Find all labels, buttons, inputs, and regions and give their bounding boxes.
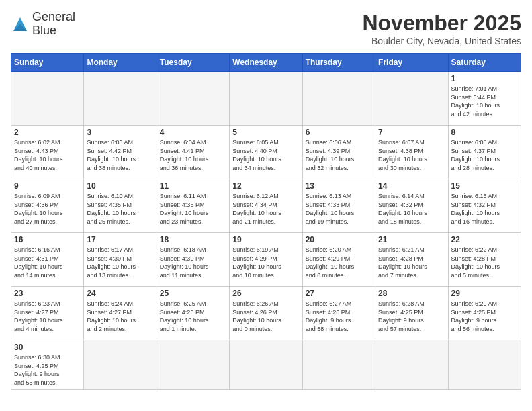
day-number: 3 [87, 128, 153, 137]
day-number: 13 [306, 181, 372, 191]
calendar-cell: 1Sunrise: 7:01 AM Sunset: 5:44 PM Daylig… [448, 72, 521, 126]
day-number: 22 [451, 235, 518, 244]
day-number: 12 [232, 181, 299, 191]
day-info: Sunrise: 6:12 AM Sunset: 4:34 PM Dayligh… [232, 192, 299, 226]
calendar-cell: 20Sunrise: 6:20 AM Sunset: 4:29 PM Dayli… [302, 233, 375, 287]
weekday-header-tuesday: Tuesday [157, 54, 229, 72]
calendar-cell: 17Sunrise: 6:17 AM Sunset: 4:30 PM Dayli… [84, 233, 157, 287]
day-info: Sunrise: 6:22 AM Sunset: 4:28 PM Dayligh… [451, 246, 518, 279]
day-info: Sunrise: 6:26 AM Sunset: 4:26 PM Dayligh… [232, 300, 299, 333]
month-title: November 2025 [362, 11, 521, 36]
day-info: Sunrise: 6:21 AM Sunset: 4:28 PM Dayligh… [378, 246, 445, 279]
day-info: Sunrise: 6:11 AM Sunset: 4:35 PM Dayligh… [160, 192, 226, 226]
day-number: 19 [232, 235, 299, 244]
weekday-header-thursday: Thursday [302, 54, 375, 72]
day-info: Sunrise: 6:17 AM Sunset: 4:30 PM Dayligh… [87, 246, 153, 279]
calendar-cell: 13Sunrise: 6:13 AM Sunset: 4:33 PM Dayli… [302, 179, 375, 233]
day-info: Sunrise: 6:27 AM Sunset: 4:26 PM Dayligh… [306, 300, 372, 333]
calendar-cell: 9Sunrise: 6:09 AM Sunset: 4:36 PM Daylig… [11, 179, 84, 233]
calendar-cell [448, 340, 521, 390]
weekday-header-saturday: Saturday [448, 54, 521, 72]
calendar-cell: 7Sunrise: 6:07 AM Sunset: 4:38 PM Daylig… [375, 126, 448, 179]
calendar-cell [84, 72, 157, 126]
day-info: Sunrise: 6:29 AM Sunset: 4:25 PM Dayligh… [451, 300, 518, 333]
calendar-cell: 28Sunrise: 6:28 AM Sunset: 4:25 PM Dayli… [375, 287, 448, 340]
location-title: Boulder City, Nevada, United States [362, 36, 521, 46]
day-number: 11 [160, 181, 226, 191]
title-area: November 2025 Boulder City, Nevada, Unit… [362, 11, 521, 46]
calendar-cell [157, 72, 229, 126]
calendar-cell [84, 340, 157, 390]
calendar-cell [375, 72, 448, 126]
day-info: Sunrise: 6:16 AM Sunset: 4:31 PM Dayligh… [14, 246, 81, 279]
calendar-cell: 29Sunrise: 6:29 AM Sunset: 4:25 PM Dayli… [448, 287, 521, 340]
calendar-cell: 4Sunrise: 6:04 AM Sunset: 4:41 PM Daylig… [157, 126, 229, 179]
calendar-cell [230, 72, 302, 126]
day-number: 8 [451, 128, 518, 137]
weekday-header-friday: Friday [375, 54, 448, 72]
day-number: 10 [87, 181, 153, 191]
weekday-header-row: SundayMondayTuesdayWednesdayThursdayFrid… [11, 54, 521, 72]
calendar-week-row: 23Sunrise: 6:23 AM Sunset: 4:27 PM Dayli… [11, 287, 521, 340]
day-number: 15 [451, 181, 518, 191]
day-info: Sunrise: 6:08 AM Sunset: 4:37 PM Dayligh… [451, 138, 518, 172]
calendar-week-row: 16Sunrise: 6:16 AM Sunset: 4:31 PM Dayli… [11, 233, 521, 287]
calendar-cell [375, 340, 448, 390]
calendar-cell [157, 340, 229, 390]
calendar-week-row: 30Sunrise: 6:30 AM Sunset: 4:25 PM Dayli… [11, 340, 521, 390]
day-info: Sunrise: 6:15 AM Sunset: 4:32 PM Dayligh… [451, 192, 518, 226]
calendar-cell: 16Sunrise: 6:16 AM Sunset: 4:31 PM Dayli… [11, 233, 84, 287]
calendar-cell [11, 72, 84, 126]
day-info: Sunrise: 6:02 AM Sunset: 4:43 PM Dayligh… [14, 138, 81, 172]
calendar-cell: 21Sunrise: 6:21 AM Sunset: 4:28 PM Dayli… [375, 233, 448, 287]
calendar-cell: 22Sunrise: 6:22 AM Sunset: 4:28 PM Dayli… [448, 233, 521, 287]
day-info: Sunrise: 6:05 AM Sunset: 4:40 PM Dayligh… [232, 138, 299, 172]
day-number: 14 [378, 181, 445, 191]
logo-text: General Blue [32, 11, 75, 38]
day-info: Sunrise: 6:24 AM Sunset: 4:27 PM Dayligh… [87, 300, 153, 333]
weekday-header-wednesday: Wednesday [230, 54, 302, 72]
day-info: Sunrise: 6:03 AM Sunset: 4:42 PM Dayligh… [87, 138, 153, 172]
day-info: Sunrise: 6:10 AM Sunset: 4:35 PM Dayligh… [87, 192, 153, 226]
calendar-cell: 15Sunrise: 6:15 AM Sunset: 4:32 PM Dayli… [448, 179, 521, 233]
calendar-cell: 30Sunrise: 6:30 AM Sunset: 4:25 PM Dayli… [11, 340, 84, 390]
logo-icon [11, 15, 30, 34]
calendar-week-row: 1Sunrise: 7:01 AM Sunset: 5:44 PM Daylig… [11, 72, 521, 126]
day-number: 24 [87, 289, 153, 298]
day-info: Sunrise: 6:28 AM Sunset: 4:25 PM Dayligh… [378, 300, 445, 333]
day-info: Sunrise: 6:23 AM Sunset: 4:27 PM Dayligh… [14, 300, 81, 333]
calendar-cell [302, 72, 375, 126]
calendar-cell [302, 340, 375, 390]
weekday-header-sunday: Sunday [11, 54, 84, 72]
day-info: Sunrise: 6:06 AM Sunset: 4:39 PM Dayligh… [306, 138, 372, 172]
day-info: Sunrise: 6:09 AM Sunset: 4:36 PM Dayligh… [14, 192, 81, 226]
day-number: 2 [14, 128, 81, 137]
day-number: 1 [451, 74, 518, 83]
logo: General Blue [11, 11, 75, 38]
calendar-cell: 24Sunrise: 6:24 AM Sunset: 4:27 PM Dayli… [84, 287, 157, 340]
calendar-week-row: 9Sunrise: 6:09 AM Sunset: 4:36 PM Daylig… [11, 179, 521, 233]
calendar-table: SundayMondayTuesdayWednesdayThursdayFrid… [11, 53, 521, 390]
day-number: 27 [306, 289, 372, 298]
calendar-cell: 23Sunrise: 6:23 AM Sunset: 4:27 PM Dayli… [11, 287, 84, 340]
weekday-header-monday: Monday [84, 54, 157, 72]
day-number: 25 [160, 289, 226, 298]
day-info: Sunrise: 7:01 AM Sunset: 5:44 PM Dayligh… [451, 85, 518, 118]
day-number: 17 [87, 235, 153, 244]
day-number: 5 [232, 128, 299, 137]
calendar-cell: 5Sunrise: 6:05 AM Sunset: 4:40 PM Daylig… [230, 126, 302, 179]
day-info: Sunrise: 6:04 AM Sunset: 4:41 PM Dayligh… [160, 138, 226, 172]
day-info: Sunrise: 6:20 AM Sunset: 4:29 PM Dayligh… [306, 246, 372, 279]
calendar-cell: 2Sunrise: 6:02 AM Sunset: 4:43 PM Daylig… [11, 126, 84, 179]
calendar-cell: 6Sunrise: 6:06 AM Sunset: 4:39 PM Daylig… [302, 126, 375, 179]
calendar-cell: 11Sunrise: 6:11 AM Sunset: 4:35 PM Dayli… [157, 179, 229, 233]
day-info: Sunrise: 6:07 AM Sunset: 4:38 PM Dayligh… [378, 138, 445, 172]
day-number: 20 [306, 235, 372, 244]
day-number: 29 [451, 289, 518, 298]
day-number: 16 [14, 235, 81, 244]
day-number: 18 [160, 235, 226, 244]
day-number: 21 [378, 235, 445, 244]
calendar-cell: 8Sunrise: 6:08 AM Sunset: 4:37 PM Daylig… [448, 126, 521, 179]
calendar-cell: 26Sunrise: 6:26 AM Sunset: 4:26 PM Dayli… [230, 287, 302, 340]
day-number: 7 [378, 128, 445, 137]
